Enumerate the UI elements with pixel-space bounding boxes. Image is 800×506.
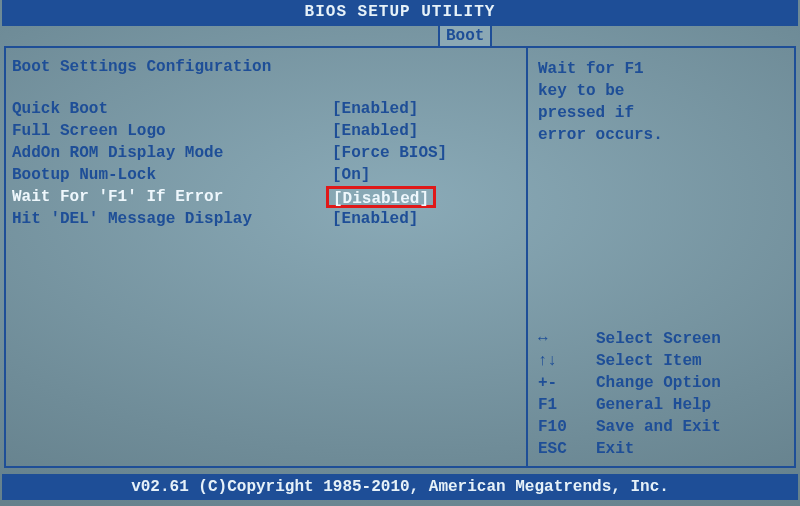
key-hint-key: ↑↓ bbox=[538, 350, 596, 372]
setting-value[interactable]: [Disabled] bbox=[333, 190, 429, 208]
key-hint-row: +-Change Option bbox=[538, 372, 786, 394]
key-hint-action: Select Screen bbox=[596, 328, 721, 350]
setting-row[interactable]: Hit 'DEL' Message Display[Enabled] bbox=[12, 208, 520, 230]
setting-value[interactable]: [Enabled] bbox=[332, 120, 418, 142]
setting-value[interactable]: [Enabled] bbox=[332, 98, 418, 120]
key-hint-row: F1General Help bbox=[538, 394, 786, 416]
key-hint-key: F1 bbox=[538, 394, 596, 416]
settings-pane: Boot Settings Configuration Quick Boot[E… bbox=[6, 48, 526, 466]
key-hint-action: Select Item bbox=[596, 350, 702, 372]
setting-row[interactable]: Wait For 'F1' If Error[Disabled] bbox=[12, 186, 520, 208]
setting-row[interactable]: Quick Boot[Enabled] bbox=[12, 98, 520, 120]
setting-row[interactable]: Bootup Num-Lock[On] bbox=[12, 164, 520, 186]
key-hints: ↔Select Screen↑↓Select Item+-Change Opti… bbox=[538, 328, 786, 460]
tab-boot[interactable]: Boot bbox=[438, 26, 492, 48]
main-frame: Boot Settings Configuration Quick Boot[E… bbox=[4, 46, 796, 468]
setting-label: Bootup Num-Lock bbox=[12, 164, 332, 186]
section-title: Boot Settings Configuration bbox=[12, 58, 520, 76]
selection-highlight: [Disabled] bbox=[326, 186, 436, 208]
key-hint-action: General Help bbox=[596, 394, 711, 416]
title-text: BIOS SETUP UTILITY bbox=[305, 3, 496, 21]
key-hint-key: ↔ bbox=[538, 328, 596, 350]
key-hint-row: F10Save and Exit bbox=[538, 416, 786, 438]
key-hint-row: ESCExit bbox=[538, 438, 786, 460]
key-hint-action: Exit bbox=[596, 438, 634, 460]
key-hint-action: Save and Exit bbox=[596, 416, 721, 438]
key-hint-key: +- bbox=[538, 372, 596, 394]
key-hint-action: Change Option bbox=[596, 372, 721, 394]
setting-label: Full Screen Logo bbox=[12, 120, 332, 142]
setting-value[interactable]: [On] bbox=[332, 164, 370, 186]
key-hint-row: ↑↓Select Item bbox=[538, 350, 786, 372]
key-hint-key: ESC bbox=[538, 438, 596, 460]
footer-bar: v02.61 (C)Copyright 1985-2010, American … bbox=[2, 474, 798, 500]
setting-label: Quick Boot bbox=[12, 98, 332, 120]
footer-text: v02.61 (C)Copyright 1985-2010, American … bbox=[131, 478, 669, 496]
setting-value[interactable]: [Enabled] bbox=[332, 208, 418, 230]
help-pane: Wait for F1 key to be pressed if error o… bbox=[528, 48, 794, 466]
help-text: Wait for F1 key to be pressed if error o… bbox=[538, 58, 786, 146]
tab-label: Boot bbox=[446, 27, 484, 45]
setting-value[interactable]: [Force BIOS] bbox=[332, 142, 447, 164]
setting-label: Hit 'DEL' Message Display bbox=[12, 208, 332, 230]
title-bar: BIOS SETUP UTILITY bbox=[2, 0, 798, 26]
setting-label: AddOn ROM Display Mode bbox=[12, 142, 332, 164]
settings-list[interactable]: Quick Boot[Enabled]Full Screen Logo[Enab… bbox=[12, 98, 520, 230]
bios-screen: BIOS SETUP UTILITY Boot Boot Settings Co… bbox=[0, 0, 800, 506]
setting-row[interactable]: AddOn ROM Display Mode[Force BIOS] bbox=[12, 142, 520, 164]
key-hint-row: ↔Select Screen bbox=[538, 328, 786, 350]
setting-row[interactable]: Full Screen Logo[Enabled] bbox=[12, 120, 520, 142]
setting-label: Wait For 'F1' If Error bbox=[12, 186, 332, 208]
key-hint-key: F10 bbox=[538, 416, 596, 438]
